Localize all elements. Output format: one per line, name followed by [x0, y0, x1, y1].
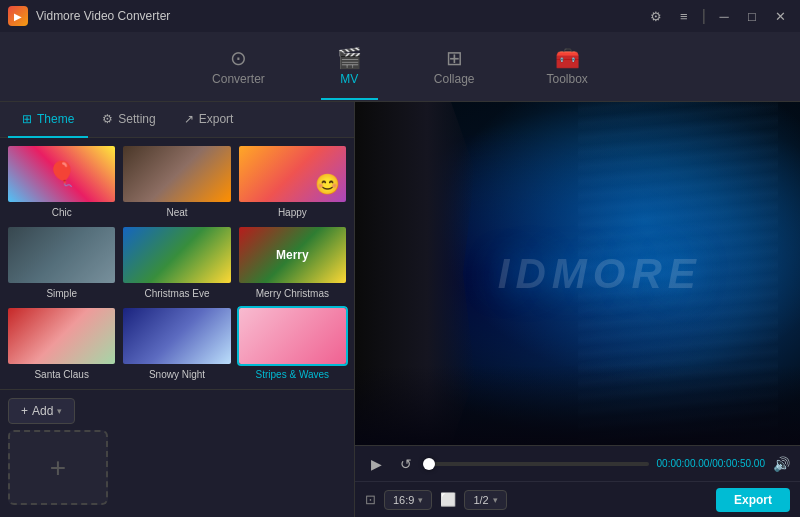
add-media-placeholder[interactable]: + — [8, 430, 108, 505]
add-button[interactable]: + Add ▾ — [8, 398, 75, 424]
page-value: 1/2 — [473, 494, 488, 506]
theme-neat-label: Neat — [166, 207, 187, 218]
main-content: ⊞ Theme ⚙ Setting ↗ Export Chic — [0, 102, 800, 517]
theme-christmas-eve[interactable]: Christmas Eve — [121, 225, 232, 302]
theme-happy[interactable]: Happy — [237, 144, 348, 221]
theme-simple-label: Simple — [46, 288, 77, 299]
left-panel: ⊞ Theme ⚙ Setting ↗ Export Chic — [0, 102, 355, 517]
progress-handle[interactable] — [423, 458, 435, 470]
theme-christmas-eve-label: Christmas Eve — [144, 288, 209, 299]
converter-label: Converter — [212, 72, 265, 86]
player-controls: ▶ ↺ 00:00:00.00/00:00:50.00 🔊 — [355, 445, 800, 481]
app-logo: ▶ — [8, 6, 28, 26]
preview-watermark: IDMORE — [498, 250, 702, 298]
theme-snowy-night-label: Snowy Night — [149, 369, 205, 380]
tab-mv[interactable]: 🎬 MV — [321, 42, 378, 92]
export-tab-label: Export — [199, 112, 234, 126]
add-section: + Add ▾ + — [0, 389, 354, 517]
tab-converter[interactable]: ⊙ Converter — [196, 42, 281, 92]
subtab-setting[interactable]: ⚙ Setting — [88, 102, 169, 138]
subtab-theme[interactable]: ⊞ Theme — [8, 102, 88, 138]
preview-area: IDMORE — [355, 102, 800, 445]
collage-label: Collage — [434, 72, 475, 86]
add-icon: + — [21, 404, 28, 418]
menu-button[interactable]: ≡ — [672, 6, 696, 26]
settings-button[interactable]: ⚙ — [644, 6, 668, 26]
play-button[interactable]: ▶ — [365, 453, 387, 475]
mv-label: MV — [340, 72, 358, 86]
theme-chic[interactable]: Chic — [6, 144, 117, 221]
tab-toolbox[interactable]: 🧰 Toolbox — [531, 42, 604, 92]
right-panel: IDMORE ▶ ↺ 00:00:00.00/00:00:50.00 🔊 ⊡ 1… — [355, 102, 800, 517]
ratio-chevron-icon: ▾ — [418, 495, 423, 505]
converter-icon: ⊙ — [230, 48, 247, 68]
theme-tab-icon: ⊞ — [22, 112, 32, 126]
tab-collage[interactable]: ⊞ Collage — [418, 42, 491, 92]
page-chevron-icon: ▾ — [493, 495, 498, 505]
toolbox-icon: 🧰 — [555, 48, 580, 68]
loop-button[interactable]: ↺ — [395, 453, 417, 475]
maximize-button[interactable]: □ — [740, 6, 764, 26]
collage-icon: ⊞ — [446, 48, 463, 68]
theme-merry-christmas[interactable]: Merry Christmas — [237, 225, 348, 302]
theme-santa-claus[interactable]: Santa Claus — [6, 306, 117, 383]
mv-icon: 🎬 — [337, 48, 362, 68]
theme-stripes-waves[interactable]: Stripes & Waves — [237, 306, 348, 383]
progress-bar[interactable] — [425, 462, 649, 466]
ratio-icon: ⊡ — [365, 492, 376, 507]
theme-simple[interactable]: Simple — [6, 225, 117, 302]
volume-icon[interactable]: 🔊 — [773, 456, 790, 472]
theme-neat[interactable]: Neat — [121, 144, 232, 221]
ratio-value: 16:9 — [393, 494, 414, 506]
theme-merry-christmas-label: Merry Christmas — [256, 288, 329, 299]
close-button[interactable]: ✕ — [768, 6, 792, 26]
export-tab-icon: ↗ — [184, 112, 194, 126]
export-button[interactable]: Export — [716, 488, 790, 512]
theme-chic-label: Chic — [52, 207, 72, 218]
theme-santa-claus-label: Santa Claus — [34, 369, 88, 380]
theme-grid: Chic Neat Happy Simple — [0, 138, 354, 389]
setting-tab-icon: ⚙ — [102, 112, 113, 126]
add-chevron-icon: ▾ — [57, 406, 62, 416]
theme-tab-label: Theme — [37, 112, 74, 126]
theme-snowy-night[interactable]: Snowy Night — [121, 306, 232, 383]
title-bar-left: ▶ Vidmore Video Converter — [8, 6, 170, 26]
sub-tabs: ⊞ Theme ⚙ Setting ↗ Export — [0, 102, 354, 138]
add-label: Add — [32, 404, 53, 418]
title-bar-controls: ⚙ ≡ | ─ □ ✕ — [644, 6, 792, 26]
page-button[interactable]: 1/2 ▾ — [464, 490, 506, 510]
subtab-export[interactable]: ↗ Export — [170, 102, 248, 138]
time-display: 00:00:00.00/00:00:50.00 — [657, 458, 765, 469]
minimize-button[interactable]: ─ — [712, 6, 736, 26]
title-bar: ▶ Vidmore Video Converter ⚙ ≡ | ─ □ ✕ — [0, 0, 800, 32]
theme-happy-label: Happy — [278, 207, 307, 218]
page-icon: ⬜ — [440, 492, 456, 507]
plus-icon: + — [50, 452, 66, 484]
setting-tab-label: Setting — [118, 112, 155, 126]
app-title: Vidmore Video Converter — [36, 9, 170, 23]
aspect-ratio-button[interactable]: 16:9 ▾ — [384, 490, 432, 510]
bottom-controls: ⊡ 16:9 ▾ ⬜ 1/2 ▾ Export — [355, 481, 800, 517]
preview-rock-bottom — [355, 365, 800, 445]
toolbox-label: Toolbox — [547, 72, 588, 86]
theme-stripes-waves-label: Stripes & Waves — [256, 369, 330, 380]
nav-tabs: ⊙ Converter 🎬 MV ⊞ Collage 🧰 Toolbox — [0, 32, 800, 102]
